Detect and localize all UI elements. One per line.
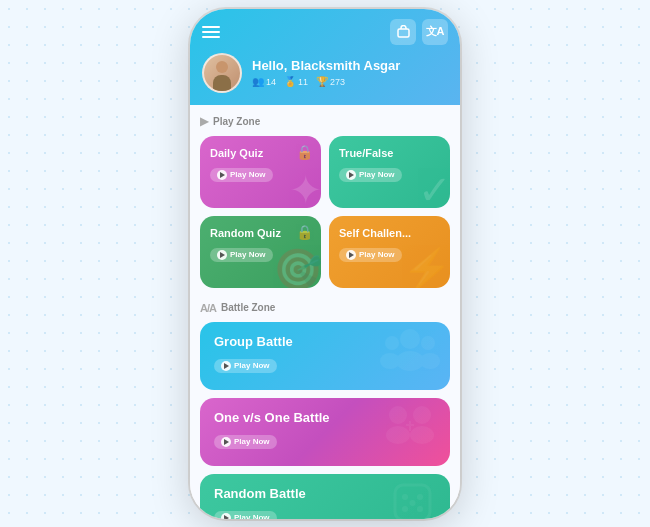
profile-info: Hello, Blacksmith Asgar 👥 14 🏅 11 🏆 273: [252, 58, 448, 88]
svg-rect-0: [398, 29, 409, 37]
true-false-title: True/False: [339, 146, 440, 160]
phone-frame: 文A Hello, Blacksmith Asgar 👥 14: [190, 9, 460, 519]
group-battle-bg-icon: [380, 325, 440, 387]
followers-count: 14: [266, 77, 276, 87]
svg-point-12: [402, 494, 408, 500]
group-battle-play-icon: [221, 361, 231, 371]
self-challenge-play-icon: [346, 250, 356, 260]
app-header: 文A Hello, Blacksmith Asgar 👥 14: [190, 9, 460, 105]
play-zone-label: ▶ Play Zone: [200, 115, 450, 128]
svg-point-5: [421, 336, 435, 350]
random-quiz-card[interactable]: Random Quiz Play Now 🔒 🎯: [200, 216, 321, 288]
daily-quiz-play-btn[interactable]: Play Now: [210, 168, 273, 182]
svg-point-8: [386, 426, 410, 444]
stat-trophies: 🏆 273: [316, 76, 345, 87]
one-vs-one-play-icon: [221, 437, 231, 447]
group-battle-play-btn[interactable]: Play Now: [214, 359, 277, 373]
self-challenge-play-btn[interactable]: Play Now: [339, 248, 402, 262]
daily-quiz-play-icon: [217, 170, 227, 180]
true-false-play-icon: [346, 170, 356, 180]
svg-point-6: [420, 353, 440, 369]
random-quiz-bg-icon: 🎯: [273, 246, 321, 288]
true-false-play-btn[interactable]: Play Now: [339, 168, 402, 182]
random-quiz-lock-icon: 🔒: [296, 224, 313, 240]
svg-point-2: [396, 351, 424, 371]
menu-button[interactable]: [202, 26, 220, 38]
battle-zone-title: Battle Zone: [221, 302, 275, 313]
one-vs-one-bg-icon: [380, 401, 440, 463]
play-zone-grid: Daily Quiz Play Now 🔒 ✦ True/False Play …: [200, 136, 450, 288]
battle-zone-icon: A/A: [200, 302, 216, 314]
random-battle-card[interactable]: Random Battle Play Now: [200, 474, 450, 519]
svg-point-15: [417, 506, 423, 512]
random-battle-play-icon: [221, 513, 231, 519]
daily-quiz-bg-icon: ✦: [289, 167, 321, 208]
play-zone-icon: ▶: [200, 115, 208, 128]
main-content: ▶ Play Zone Daily Quiz Play Now 🔒 ✦ True…: [190, 105, 460, 519]
random-battle-play-btn[interactable]: Play Now: [214, 511, 277, 519]
self-challenge-title: Self Challen...: [339, 226, 440, 240]
svg-point-13: [417, 494, 423, 500]
stat-medals: 🏅 11: [284, 76, 308, 87]
medals-count: 11: [298, 77, 308, 87]
inventory-icon[interactable]: [390, 19, 416, 45]
random-quiz-play-icon: [217, 250, 227, 260]
profile-stats: 👥 14 🏅 11 🏆 273: [252, 76, 448, 87]
svg-point-3: [385, 336, 399, 350]
trophies-icon: 🏆: [316, 76, 328, 87]
svg-point-10: [410, 426, 434, 444]
trophies-count: 273: [330, 77, 345, 87]
svg-point-4: [380, 353, 400, 369]
battle-zone-label: A/A Battle Zone: [200, 302, 450, 314]
svg-point-1: [400, 329, 420, 349]
group-battle-card[interactable]: Group Battle Play Now: [200, 322, 450, 390]
svg-point-14: [402, 506, 408, 512]
self-challenge-card[interactable]: Self Challen... Play Now ⚡: [329, 216, 450, 288]
one-vs-one-play-btn[interactable]: Play Now: [214, 435, 277, 449]
daily-quiz-lock-icon: 🔒: [296, 144, 313, 160]
one-vs-one-card[interactable]: One v/s One Battle Play Now: [200, 398, 450, 466]
svg-point-16: [410, 500, 416, 506]
svg-point-7: [389, 406, 407, 424]
greeting-text: Hello, Blacksmith Asgar: [252, 58, 448, 74]
play-zone-title: Play Zone: [213, 116, 260, 127]
battle-zone-grid: Group Battle Play Now: [200, 322, 450, 519]
svg-point-9: [413, 406, 431, 424]
random-battle-bg-icon: [385, 477, 440, 519]
followers-icon: 👥: [252, 76, 264, 87]
random-quiz-play-btn[interactable]: Play Now: [210, 248, 273, 262]
self-challenge-bg-icon: ⚡: [402, 246, 450, 288]
stat-followers: 👥 14: [252, 76, 276, 87]
true-false-card[interactable]: True/False Play Now ✓: [329, 136, 450, 208]
medals-icon: 🏅: [284, 76, 296, 87]
translate-icon[interactable]: 文A: [422, 19, 448, 45]
avatar: [202, 53, 242, 93]
daily-quiz-card[interactable]: Daily Quiz Play Now 🔒 ✦: [200, 136, 321, 208]
true-false-bg-icon: ✓: [418, 167, 450, 208]
